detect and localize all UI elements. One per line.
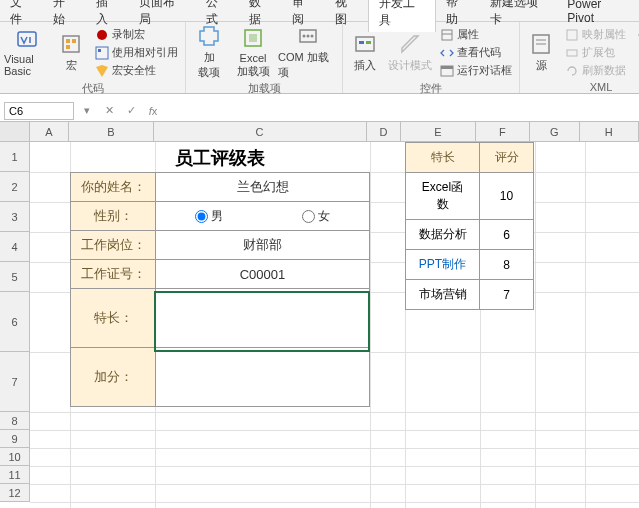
col-header-B[interactable]: B — [69, 122, 153, 141]
map-props-button[interactable]: 映射属性 — [562, 26, 629, 43]
value-bonus[interactable] — [156, 348, 370, 407]
dropdown-icon[interactable]: ▾ — [78, 102, 96, 120]
relative-icon — [95, 46, 109, 60]
svg-rect-14 — [356, 37, 374, 51]
design-mode-button[interactable]: 设计模式 — [387, 24, 433, 80]
value-position[interactable]: 财部部 — [156, 231, 370, 260]
record-icon — [95, 28, 109, 42]
macros-button[interactable]: 宏 — [54, 24, 88, 80]
design-icon — [398, 32, 422, 56]
col-header-A[interactable]: A — [30, 122, 70, 141]
row-header-12[interactable]: 12 — [0, 484, 30, 502]
col-header-D[interactable]: D — [367, 122, 402, 141]
svg-point-12 — [307, 35, 310, 38]
radio-male[interactable]: 男 — [195, 208, 223, 225]
side-row-name-1[interactable]: 数据分析 — [406, 220, 480, 250]
group-label-xml: XML — [524, 80, 639, 94]
label-gender: 性别： — [71, 202, 156, 231]
view-code-icon — [440, 46, 454, 60]
map-props-icon — [565, 28, 579, 42]
row-header-7[interactable]: 7 — [0, 352, 30, 412]
value-specialty[interactable] — [156, 289, 370, 348]
svg-rect-16 — [366, 41, 371, 44]
col-header-F[interactable]: F — [476, 122, 530, 141]
confirm-icon[interactable]: ✓ — [122, 102, 140, 120]
row-header-6[interactable]: 6 — [0, 292, 30, 352]
side-row-score-0[interactable]: 10 — [480, 173, 534, 220]
svg-rect-15 — [359, 41, 364, 44]
side-header-b: 评分 — [480, 143, 534, 173]
row-header-8[interactable]: 8 — [0, 412, 30, 430]
value-name[interactable]: 兰色幻想 — [156, 173, 370, 202]
com-addins-button[interactable]: COM 加载项 — [278, 24, 338, 80]
row-header-4[interactable]: 4 — [0, 232, 30, 262]
view-code-button[interactable]: 查看代码 — [437, 44, 515, 61]
side-row-score-1[interactable]: 6 — [480, 220, 534, 250]
value-gender: 男 女 — [156, 202, 370, 231]
score-table: 特长 评分 Excel函数10数据分析6PPT制作8市场营销7 — [405, 142, 534, 310]
side-row-score-2[interactable]: 8 — [480, 250, 534, 280]
row-header-3[interactable]: 3 — [0, 202, 30, 232]
group-xml: 源 映射属性 扩展包 刷新数据 导出 — [520, 22, 639, 93]
row-header-2[interactable]: 2 — [0, 172, 30, 202]
record-macro-button[interactable]: 录制宏 — [92, 26, 181, 43]
formula-input[interactable] — [166, 102, 635, 120]
svg-rect-17 — [442, 30, 452, 40]
svg-point-5 — [97, 30, 107, 40]
macros-icon — [59, 32, 83, 56]
row-header-1[interactable]: 1 — [0, 142, 30, 172]
relative-refs-button[interactable]: 使用相对引用 — [92, 44, 181, 61]
macro-security-button[interactable]: 宏安全性 — [92, 62, 181, 79]
row-header-10[interactable]: 10 — [0, 448, 30, 466]
formula-bar: ▾ ✕ ✓ fx — [0, 100, 639, 122]
svg-rect-2 — [66, 39, 70, 43]
label-name: 你的姓名： — [71, 173, 156, 202]
insert-control-icon — [353, 32, 377, 56]
side-row-name-2[interactable]: PPT制作 — [406, 250, 480, 280]
side-row-score-3[interactable]: 7 — [480, 280, 534, 310]
insert-control-button[interactable]: 插入 — [347, 24, 383, 80]
value-id[interactable]: C00001 — [156, 260, 370, 289]
col-header-E[interactable]: E — [401, 122, 475, 141]
svg-rect-25 — [567, 50, 577, 56]
svg-point-13 — [311, 35, 314, 38]
properties-button[interactable]: 属性 — [437, 26, 515, 43]
addins-button[interactable]: 加 载项 — [190, 24, 228, 80]
cancel-icon[interactable]: ✕ — [100, 102, 118, 120]
label-bonus: 加分： — [71, 348, 156, 407]
group-label-code: 代码 — [4, 80, 181, 97]
spreadsheet-grid: ABCDEFGH 123456789101112 员工评级表 你的姓名： 兰色幻… — [0, 122, 639, 508]
row-header-11[interactable]: 11 — [0, 466, 30, 484]
svg-point-11 — [303, 35, 306, 38]
side-row-name-0[interactable]: Excel函数 — [406, 173, 480, 220]
svg-rect-1 — [63, 36, 79, 52]
row-header-9[interactable]: 9 — [0, 430, 30, 448]
xml-source-button[interactable]: 源 — [524, 24, 558, 80]
expansion-button[interactable]: 扩展包 — [562, 44, 629, 61]
col-header-C[interactable]: C — [154, 122, 367, 141]
label-id: 工作证号： — [71, 260, 156, 289]
ribbon-tabs: 文件开始插入页面布局公式数据审阅视图开发工具帮助新建选项卡Power Pivot — [0, 0, 639, 22]
side-row-name-3[interactable]: 市场营销 — [406, 280, 480, 310]
excel-addins-button[interactable]: Excel 加载项 — [232, 24, 274, 80]
name-box[interactable] — [4, 102, 74, 120]
group-label-controls: 控件 — [347, 80, 515, 97]
radio-female[interactable]: 女 — [302, 208, 330, 225]
col-header-H[interactable]: H — [580, 122, 639, 141]
addins-icon — [197, 24, 221, 48]
security-icon — [95, 64, 109, 78]
run-dialog-button[interactable]: 运行对话框 — [437, 62, 515, 79]
svg-rect-9 — [249, 34, 257, 42]
svg-rect-3 — [72, 39, 76, 43]
refresh-button[interactable]: 刷新数据 — [562, 62, 629, 79]
visual-basic-button[interactable]: Visual Basic — [4, 24, 50, 80]
select-all-corner[interactable] — [0, 122, 30, 141]
svg-rect-6 — [96, 47, 108, 59]
fx-icon[interactable]: fx — [144, 102, 162, 120]
refresh-icon — [565, 64, 579, 78]
run-dialog-icon — [440, 64, 454, 78]
export-button[interactable]: 导出 — [633, 26, 639, 43]
col-header-G[interactable]: G — [530, 122, 580, 141]
ribbon: Visual Basic 宏 录制宏 使用相对引用 宏安全性 — [0, 22, 639, 94]
row-header-5[interactable]: 5 — [0, 262, 30, 292]
